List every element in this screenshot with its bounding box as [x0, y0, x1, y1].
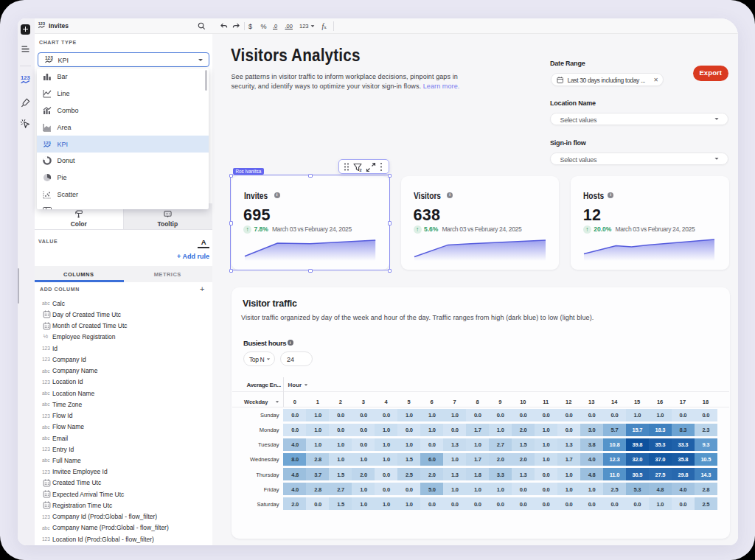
svg-text:2: 2	[359, 168, 361, 172]
svg-text:123: 123	[44, 55, 52, 60]
svg-text:123: 123	[38, 21, 45, 26]
svg-text:123: 123	[21, 74, 30, 81]
svg-text:123: 123	[44, 140, 52, 144]
